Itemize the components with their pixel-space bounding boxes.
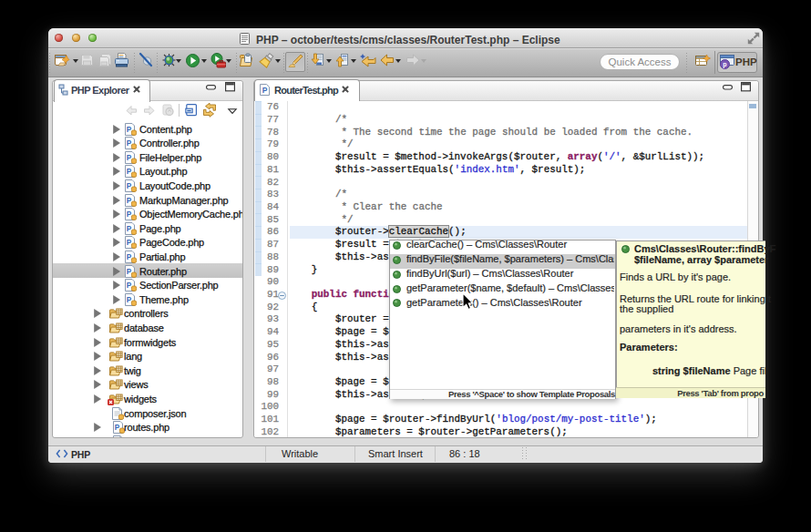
svg-text:P: P bbox=[115, 424, 120, 432]
svg-text:P: P bbox=[127, 168, 132, 176]
svg-text:P: P bbox=[127, 125, 132, 133]
svg-text:P: P bbox=[127, 295, 132, 303]
svg-text:P: P bbox=[127, 253, 132, 261]
svg-text:P: P bbox=[127, 153, 132, 161]
svg-text:P: P bbox=[127, 224, 132, 232]
svg-text:P: P bbox=[127, 196, 132, 204]
svg-text:P: P bbox=[127, 210, 132, 219]
svg-text:P: P bbox=[127, 281, 132, 290]
svg-text:P: P bbox=[127, 267, 132, 275]
svg-text:P: P bbox=[127, 239, 132, 247]
svg-text:p: p bbox=[723, 61, 726, 68]
svg-text:P: P bbox=[127, 182, 132, 190]
svg-text:P: P bbox=[127, 139, 132, 148]
svg-text:P: P bbox=[262, 86, 268, 95]
